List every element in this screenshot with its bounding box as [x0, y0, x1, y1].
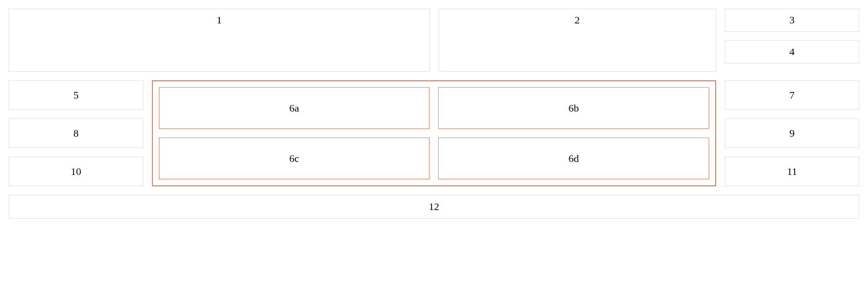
grid-label: 5 [73, 89, 79, 101]
grid-box-8: 8 [9, 118, 143, 148]
grid-label: 7 [789, 89, 795, 101]
grid-box-11: 11 [725, 157, 859, 186]
grid-label: 6b [568, 102, 579, 114]
grid-box-6b: 6b [438, 87, 709, 129]
grid-label: 4 [789, 46, 795, 58]
grid-box-6-container: 6a 6b 6c 6d [152, 80, 716, 186]
grid-label: 8 [73, 128, 79, 139]
grid-box-6d: 6d [438, 138, 709, 179]
grid-label: 10 [71, 166, 81, 178]
grid-box-5: 5 [9, 80, 143, 110]
grid-box-10: 10 [9, 157, 143, 186]
grid-box-7: 7 [725, 80, 859, 110]
grid-label: 9 [789, 128, 795, 139]
grid-layout-diagram: 1 2 3 4 5 6a 6b 6c 6d 7 8 9 10 [9, 9, 859, 219]
grid-stack-right: 3 4 [725, 9, 859, 72]
grid-box-3: 3 [725, 9, 859, 32]
grid-label: 11 [787, 166, 797, 178]
grid-label: 2 [574, 14, 580, 26]
grid-label: 12 [429, 201, 439, 213]
grid-box-6a: 6a [159, 87, 430, 129]
grid-label: 6c [289, 153, 299, 164]
grid-label: 6d [568, 153, 579, 164]
grid-box-12: 12 [9, 195, 859, 219]
grid-box-9: 9 [725, 118, 859, 148]
grid-box-1: 1 [9, 9, 430, 72]
grid-label: 1 [217, 14, 222, 26]
grid-box-6c: 6c [159, 138, 430, 179]
grid-label: 3 [789, 14, 795, 26]
grid-box-4: 4 [725, 40, 859, 63]
grid-label: 6a [289, 102, 299, 114]
grid-box-2: 2 [439, 9, 716, 72]
